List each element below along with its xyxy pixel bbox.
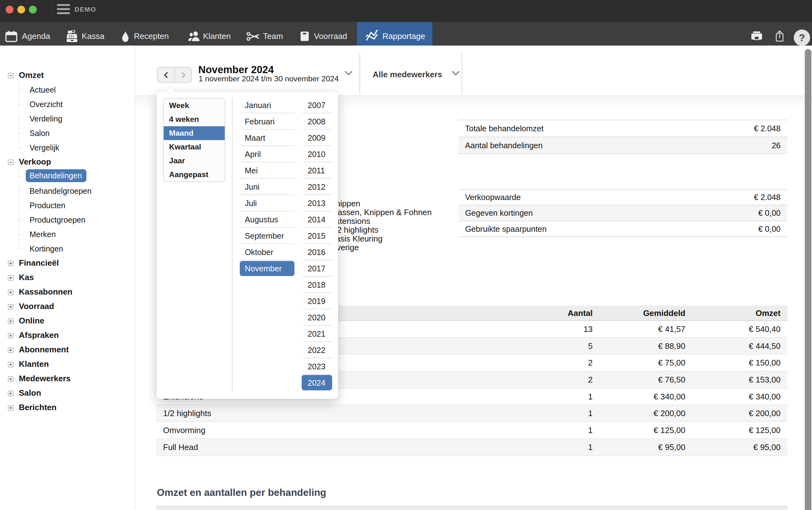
svg-text:?: ? [799,32,805,43]
